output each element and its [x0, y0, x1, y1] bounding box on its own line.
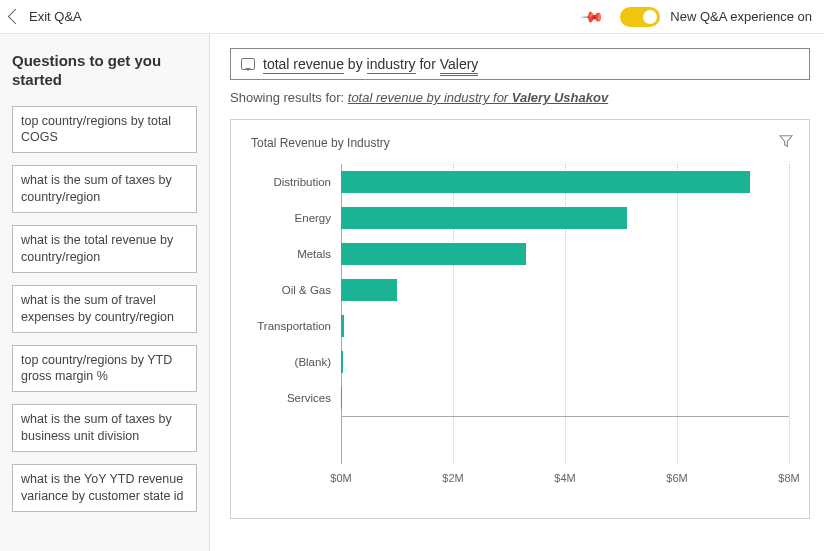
y-axis-labels: DistributionEnergyMetalsOil & GasTranspo…	[251, 164, 341, 464]
query-input[interactable]: total revenue by industry for Valery	[230, 48, 810, 80]
pin-icon[interactable]: 📌	[580, 3, 606, 29]
bar-row	[341, 164, 789, 200]
x-tick-label: $4M	[554, 472, 575, 484]
showing-name: Valery Ushakov	[512, 90, 608, 105]
filter-icon[interactable]	[779, 134, 793, 151]
x-tick-label: $2M	[442, 472, 463, 484]
x-tick-label: $6M	[666, 472, 687, 484]
category-label: Distribution	[251, 164, 341, 200]
bar[interactable]	[341, 315, 344, 337]
x-axis: $0M$2M$4M$6M$8M	[341, 464, 789, 494]
query-term-industry: industry	[367, 56, 416, 74]
query-text: total revenue by industry for Valery	[263, 56, 478, 72]
suggested-question[interactable]: what is the total revenue by country/reg…	[12, 225, 197, 273]
chart-card: Total Revenue by Industry DistributionEn…	[230, 119, 810, 519]
suggested-question[interactable]: what is the YoY YTD revenue variance by …	[12, 464, 197, 512]
category-label: Services	[251, 380, 341, 416]
bar[interactable]	[341, 243, 526, 265]
bar-row	[341, 344, 789, 380]
bar-row	[341, 380, 789, 416]
category-label: Energy	[251, 200, 341, 236]
suggested-question[interactable]: top country/regions by total COGS	[12, 106, 197, 154]
query-connector: for	[416, 56, 440, 72]
experience-toggle[interactable]	[620, 7, 660, 27]
bars-column	[341, 164, 789, 464]
category-label: (Blank)	[251, 344, 341, 380]
toggle-knob	[643, 10, 657, 24]
chat-icon	[241, 58, 255, 70]
x-tick-label: $8M	[778, 472, 799, 484]
experience-toggle-label: New Q&A experience on	[670, 9, 812, 24]
showing-phrase: total revenue by industry for	[348, 90, 512, 105]
showing-prefix: Showing results for:	[230, 90, 348, 105]
category-label: Metals	[251, 236, 341, 272]
bar-row	[341, 200, 789, 236]
category-label: Transportation	[251, 308, 341, 344]
bar-row	[341, 236, 789, 272]
suggested-question[interactable]: what is the sum of taxes by business uni…	[12, 404, 197, 452]
x-axis-line	[341, 416, 789, 417]
sidebar: Questions to get you started top country…	[0, 34, 210, 551]
bar-row	[341, 272, 789, 308]
bar[interactable]	[341, 207, 627, 229]
bar[interactable]	[341, 279, 397, 301]
gridline	[789, 164, 790, 464]
query-term-revenue: total revenue	[263, 56, 344, 74]
main-area: Questions to get you started top country…	[0, 34, 824, 551]
bar[interactable]	[341, 351, 343, 373]
category-label: Oil & Gas	[251, 272, 341, 308]
bar[interactable]	[341, 387, 342, 409]
bar[interactable]	[341, 171, 750, 193]
experience-toggle-wrap: New Q&A experience on	[620, 7, 812, 27]
content-area: total revenue by industry for Valery Sho…	[210, 34, 824, 551]
plot-area: DistributionEnergyMetalsOil & GasTranspo…	[251, 164, 789, 464]
chevron-left-icon	[8, 9, 24, 25]
query-connector: by	[344, 56, 367, 72]
sidebar-title: Questions to get you started	[12, 52, 197, 90]
exit-qa-label: Exit Q&A	[29, 9, 82, 24]
exit-qa-button[interactable]: Exit Q&A	[10, 9, 583, 24]
x-tick-label: $0M	[330, 472, 351, 484]
suggested-question[interactable]: top country/regions by YTD gross margin …	[12, 345, 197, 393]
chart-title: Total Revenue by Industry	[251, 136, 789, 150]
showing-results-line: Showing results for: total revenue by in…	[230, 90, 810, 105]
top-bar: Exit Q&A 📌 New Q&A experience on	[0, 0, 824, 34]
suggested-question[interactable]: what is the sum of travel expenses by co…	[12, 285, 197, 333]
suggested-question[interactable]: what is the sum of taxes by country/regi…	[12, 165, 197, 213]
bar-row	[341, 308, 789, 344]
query-term-valery: Valery	[440, 56, 479, 76]
